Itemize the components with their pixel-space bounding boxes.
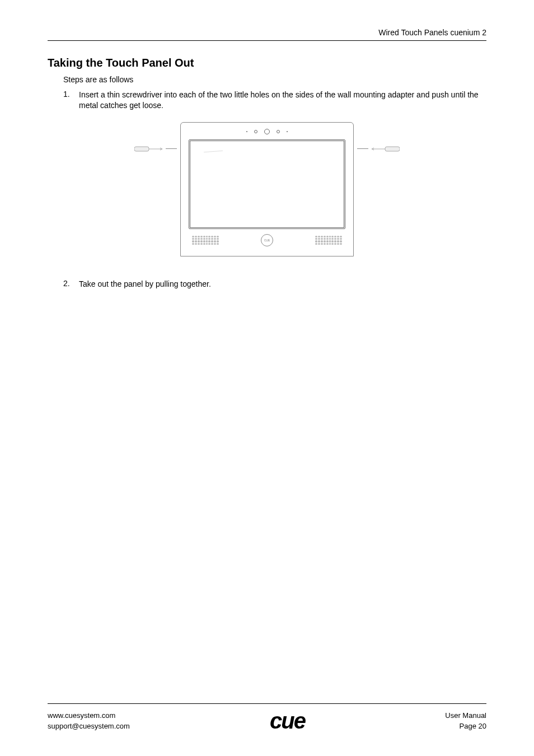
panel-diagram: CUE <box>48 122 486 256</box>
sensor-row <box>246 126 288 137</box>
lead-line-left <box>166 148 177 149</box>
lead-line-right <box>357 148 368 149</box>
speaker-grille-right-icon <box>315 236 342 245</box>
sensor-dot-icon <box>254 130 257 133</box>
sensor-dot-icon <box>277 130 280 133</box>
cue-logo: cue <box>270 708 305 734</box>
section-heading: Taking the Touch Panel Out <box>48 57 486 69</box>
sensor-dot-icon <box>264 129 270 134</box>
screen-outline <box>189 139 345 229</box>
step-number: 1. <box>63 90 79 111</box>
svg-rect-1 <box>385 147 400 151</box>
step-text: Insert a thin screwdriver into each of t… <box>79 90 486 111</box>
screwdriver-left-icon <box>134 144 162 153</box>
touch-panel-outline: CUE <box>180 122 354 256</box>
footer-page-number: Page 20 <box>445 721 486 731</box>
sensor-dot-icon <box>287 131 288 132</box>
sensor-dot-icon <box>246 131 247 132</box>
step-1: 1. Insert a thin screwdriver into each o… <box>63 90 486 111</box>
footer-pageinfo: User Manual Page 20 <box>445 711 486 731</box>
svg-rect-0 <box>134 147 149 151</box>
footer-doc-type: User Manual <box>445 711 486 721</box>
footer-contact: www.cuesystem.com support@cuesystem.com <box>48 711 130 731</box>
page-footer: www.cuesystem.com support@cuesystem.com … <box>48 703 486 734</box>
header-title: Wired Touch Panels cuenium 2 <box>48 28 486 41</box>
footer-website: www.cuesystem.com <box>48 711 130 721</box>
screen-glare <box>204 151 223 152</box>
footer-email: support@cuesystem.com <box>48 721 130 731</box>
step-text: Take out the panel by pulling together. <box>79 279 211 290</box>
step-number: 2. <box>63 279 79 290</box>
screwdriver-right-icon <box>372 144 400 153</box>
step-2: 2. Take out the panel by pulling togethe… <box>63 279 486 290</box>
intro-text: Steps are as follows <box>63 75 486 84</box>
panel-bottom-row: CUE <box>189 229 345 251</box>
home-button-icon: CUE <box>261 234 273 246</box>
speaker-grille-left-icon <box>192 236 219 245</box>
